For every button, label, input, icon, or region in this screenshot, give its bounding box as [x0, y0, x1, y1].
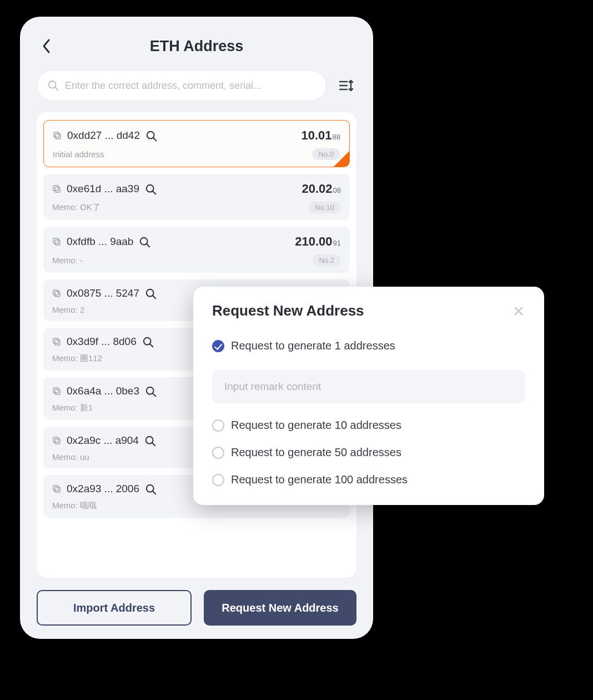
request-new-address-button[interactable]: Request New Address — [204, 590, 356, 626]
balance-sub: 88 — [333, 133, 340, 141]
copy-icon[interactable] — [52, 337, 61, 346]
address-text: 0x2a93 ... 2006 — [67, 483, 139, 495]
svg-rect-25 — [53, 388, 58, 393]
sort-button[interactable] — [336, 76, 356, 96]
svg-line-8 — [153, 138, 156, 141]
address-text: 0xdd27 ... dd42 — [67, 129, 140, 142]
address-item[interactable]: 0xfdfb ... 9aab210.0091Memo: -No.2 — [43, 227, 350, 273]
radio-unchecked-icon[interactable] — [212, 474, 224, 486]
sequence-badge: No.2 — [313, 254, 341, 266]
search-icon — [47, 79, 59, 92]
sort-icon — [338, 78, 355, 93]
address-row-main: 0xfdfb ... 9aab210.0091 — [52, 234, 341, 249]
search-row — [37, 70, 356, 101]
close-icon — [514, 306, 524, 316]
back-button[interactable] — [37, 36, 57, 56]
svg-line-16 — [147, 244, 150, 247]
address-text: 0x6a4a ... 0be3 — [67, 385, 139, 397]
svg-rect-13 — [53, 238, 58, 243]
balance: 210.0091 — [295, 234, 341, 249]
remark-input[interactable] — [212, 370, 525, 403]
sequence-badge: No.10 — [308, 202, 341, 213]
address-text: 0xe61d ... aa39 — [67, 183, 139, 195]
balance-main: 20.02 — [301, 182, 332, 196]
memo: Memo: 2 — [52, 305, 84, 314]
option-label: Request to generate 50 addresses — [231, 446, 401, 459]
search-box[interactable] — [37, 70, 326, 101]
svg-line-24 — [150, 344, 153, 347]
svg-rect-18 — [55, 292, 60, 297]
request-new-address-modal: Request New Address Request to generate … — [193, 287, 544, 505]
address-row-meta: Initial addressNo.0 — [53, 148, 340, 160]
address-text: 0xfdfb ... 9aab — [67, 236, 133, 248]
selected-corner-indicator — [334, 151, 349, 167]
memo: Memo: - — [52, 256, 83, 265]
magnify-icon[interactable] — [145, 483, 156, 494]
generate-option[interactable]: Request to generate 1 addresses — [212, 339, 525, 352]
memo: Memo: uu — [52, 452, 89, 462]
magnify-icon[interactable] — [139, 236, 150, 247]
svg-rect-30 — [55, 439, 60, 444]
svg-rect-26 — [55, 389, 60, 394]
chevron-left-icon — [42, 38, 52, 54]
svg-rect-22 — [55, 340, 60, 345]
address-item[interactable]: 0xdd27 ... dd4210.0188Initial addressNo.… — [43, 120, 350, 167]
generate-option[interactable]: Request to generate 50 addresses — [212, 446, 525, 459]
header: ETH Address — [37, 27, 356, 66]
svg-rect-10 — [55, 187, 60, 192]
address-text: 0x0875 ... 5247 — [67, 287, 139, 299]
copy-icon[interactable] — [52, 436, 61, 445]
address-item[interactable]: 0xe61d ... aa3920.0208Memo: OK了No.10 — [43, 174, 350, 220]
svg-line-12 — [153, 191, 155, 194]
address-row-meta: Memo: OK了No.10 — [52, 202, 341, 213]
memo: Memo: 哦哦 — [52, 501, 97, 511]
copy-icon[interactable] — [52, 184, 61, 193]
svg-rect-21 — [53, 338, 58, 343]
svg-line-1 — [55, 87, 58, 90]
radio-checked-icon[interactable] — [212, 340, 224, 352]
address-row-meta: Memo: -No.2 — [52, 254, 341, 266]
option-label: Request to generate 100 addresses — [231, 473, 408, 486]
svg-rect-9 — [53, 186, 58, 191]
generate-option[interactable]: Request to generate 100 addresses — [212, 473, 525, 486]
balance-main: 10.01 — [301, 128, 331, 143]
memo: Memo: 新1 — [52, 403, 93, 413]
magnify-icon[interactable] — [145, 183, 156, 194]
magnify-icon[interactable] — [145, 130, 157, 141]
memo: Memo: OK了 — [52, 202, 100, 213]
address-row-main: 0xdd27 ... dd4210.0188 — [53, 128, 340, 143]
memo: Initial address — [53, 149, 104, 159]
option-label: Request to generate 1 addresses — [231, 339, 395, 352]
copy-icon[interactable] — [52, 387, 61, 396]
memo: Memo: 圈112 — [52, 353, 102, 364]
magnify-icon[interactable] — [145, 386, 156, 397]
copy-icon[interactable] — [52, 484, 61, 493]
radio-unchecked-icon[interactable] — [212, 419, 224, 432]
svg-rect-33 — [53, 486, 58, 491]
svg-rect-14 — [55, 240, 60, 245]
svg-rect-5 — [54, 132, 59, 137]
svg-rect-6 — [56, 134, 61, 139]
copy-icon[interactable] — [53, 131, 62, 140]
svg-line-28 — [153, 393, 155, 396]
svg-line-36 — [153, 491, 155, 494]
balance: 10.0188 — [301, 128, 340, 143]
magnify-icon[interactable] — [144, 435, 155, 446]
svg-rect-29 — [53, 437, 58, 442]
close-button[interactable] — [512, 304, 525, 318]
copy-icon[interactable] — [52, 237, 61, 246]
balance-main: 210.00 — [295, 234, 332, 249]
address-text: 0x2a9c ... a904 — [67, 434, 139, 447]
copy-icon[interactable] — [52, 289, 61, 298]
address-row-main: 0xe61d ... aa3920.0208 — [52, 182, 341, 196]
svg-rect-34 — [55, 487, 60, 492]
page-title: ETH Address — [37, 38, 356, 55]
search-input[interactable] — [65, 80, 316, 92]
radio-unchecked-icon[interactable] — [212, 447, 224, 459]
address-text: 0x3d9f ... 8d06 — [67, 336, 137, 348]
import-address-button[interactable]: Import Address — [37, 590, 192, 626]
svg-rect-17 — [53, 290, 58, 295]
magnify-icon[interactable] — [145, 288, 156, 299]
generate-option[interactable]: Request to generate 10 addresses — [212, 419, 525, 432]
magnify-icon[interactable] — [142, 336, 153, 347]
